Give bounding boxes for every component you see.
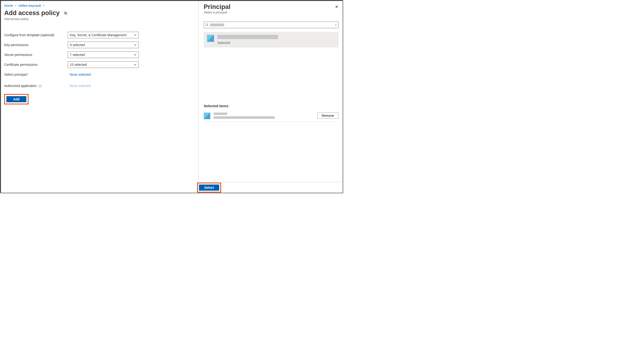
chevron-down-icon <box>134 63 137 66</box>
chevron-right-icon: > <box>43 4 44 7</box>
key-perm-select[interactable]: 9 selected <box>68 42 139 48</box>
avatar <box>204 113 210 119</box>
close-icon[interactable]: ✕ <box>335 4 338 9</box>
key-perm-label: Key permissions <box>4 43 68 47</box>
selected-id-redacted <box>214 116 275 119</box>
template-label: Configure from template (optional) <box>4 33 68 37</box>
page-title: Add access policy <box>4 9 60 17</box>
authorized-app-label: Authorized application <box>4 84 68 88</box>
remove-button[interactable]: Remove <box>317 113 338 119</box>
result-name-redacted <box>217 35 278 39</box>
template-value: Key, Secret, & Certificate Management <box>70 33 126 37</box>
search-value-redacted <box>210 23 224 26</box>
pin-icon[interactable] <box>64 11 67 15</box>
chevron-right-icon: > <box>15 4 16 7</box>
chevron-down-icon <box>134 34 137 36</box>
panel-footer: Select <box>198 182 343 193</box>
cert-perm-select[interactable]: 15 selected <box>68 61 139 68</box>
add-button-highlight: Add <box>4 94 28 104</box>
select-button[interactable]: Select <box>199 185 219 191</box>
select-principal-link[interactable]: None selected <box>68 73 91 76</box>
secret-perm-value: 7 selected <box>70 53 85 57</box>
principal-search[interactable]: × <box>204 22 338 28</box>
search-result-item[interactable]: Selected <box>204 32 338 47</box>
secret-perm-select[interactable]: 7 selected <box>68 51 139 58</box>
selected-items-heading: Selected items <box>204 104 338 108</box>
page-subtitle: Add access policy <box>4 17 195 21</box>
required-asterisk: * <box>27 73 28 76</box>
result-status: Selected <box>217 41 278 45</box>
key-perm-value: 9 selected <box>70 43 85 47</box>
add-button[interactable]: Add <box>6 96 26 102</box>
panel-title: Principal <box>204 3 230 10</box>
access-policy-form: Configure from template (optional) Key, … <box>4 30 195 104</box>
info-icon[interactable] <box>38 85 42 88</box>
select-button-highlight: Select <box>197 183 221 193</box>
secret-perm-label: Secret permissions <box>4 53 68 57</box>
chevron-down-icon <box>134 43 137 46</box>
breadcrumb-home[interactable]: Home <box>4 4 13 7</box>
select-principal-label: Select principal* <box>4 73 68 76</box>
breadcrumb-keyvault[interactable]: nellies-keyvault <box>18 4 41 7</box>
breadcrumb: Home > nellies-keyvault > <box>4 4 195 7</box>
search-icon <box>205 23 209 26</box>
cert-perm-value: 15 selected <box>70 63 87 66</box>
cert-perm-label: Certificate permissions <box>4 63 68 66</box>
selected-item: Remove <box>204 110 338 122</box>
authorized-app-value: None selected <box>68 84 91 88</box>
avatar <box>207 35 214 42</box>
svg-point-5 <box>206 24 208 26</box>
chevron-down-icon <box>134 53 137 56</box>
svg-line-6 <box>208 25 208 26</box>
panel-subtitle: Select a principal <box>204 10 230 14</box>
clear-icon[interactable]: × <box>335 23 337 27</box>
main-content: Home > nellies-keyvault > Add access pol… <box>1 1 198 193</box>
template-select[interactable]: Key, Secret, & Certificate Management <box>68 32 139 38</box>
principal-panel: Principal Select a principal ✕ × Selecte… <box>198 1 343 193</box>
selected-name-redacted <box>214 113 227 115</box>
